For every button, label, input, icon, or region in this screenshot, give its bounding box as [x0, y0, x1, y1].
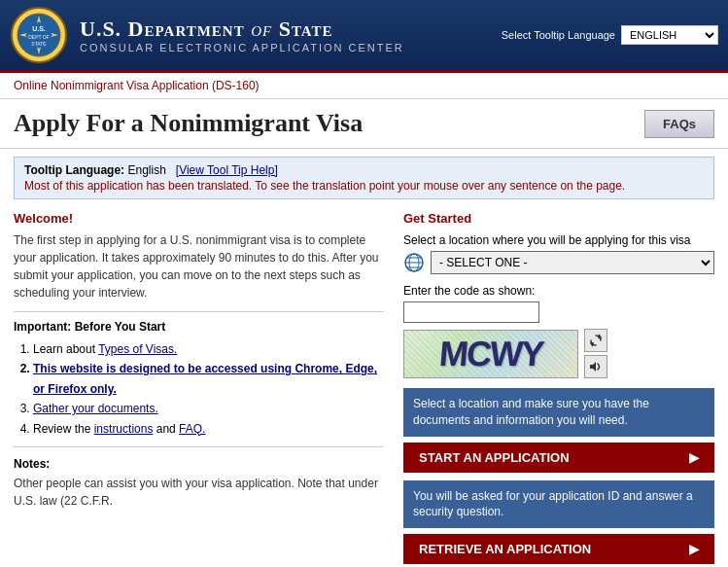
- header-title-block: U.S. Department of State Consular Electr…: [80, 17, 502, 53]
- breadcrumb-link[interactable]: Online Nonimmigrant Visa Application (DS…: [14, 79, 260, 92]
- retrieve-application-button[interactable]: RETRIEVE AN APPLICATION ▶: [403, 534, 714, 564]
- captcha-label: Enter the code as shown:: [403, 284, 714, 298]
- separator-2: [14, 446, 384, 447]
- faq-button[interactable]: FAQs: [644, 110, 714, 138]
- separator-1: [14, 311, 384, 312]
- start-info-box: Select a location and make sure you have…: [403, 388, 714, 437]
- start-label: START AN APPLICATION: [419, 450, 570, 465]
- dept-state-text: State: [279, 17, 333, 41]
- tooltip-lang-line: Tooltip Language: English [View Tool Tip…: [24, 163, 704, 177]
- welcome-title: Welcome!: [14, 211, 384, 226]
- captcha-input[interactable]: [403, 301, 539, 323]
- svg-rect-10: [590, 365, 593, 369]
- before-you-start-list: Learn about Types of Visas. This website…: [14, 339, 384, 439]
- welcome-paragraph: The first step in applying for a U.S. no…: [14, 231, 384, 301]
- gather-documents-link[interactable]: Gather your documents.: [33, 402, 158, 415]
- types-of-visas-link[interactable]: Types of Visas.: [98, 342, 177, 356]
- faq-link[interactable]: FAQ.: [179, 422, 205, 436]
- audio-icon: [589, 360, 603, 373]
- tooltip-bar: Tooltip Language: English [View Tool Tip…: [14, 157, 714, 199]
- start-arrow-icon: ▶: [689, 450, 699, 465]
- location-label: Select a location where you will be appl…: [403, 233, 714, 247]
- main-content: Welcome! The first step in applying for …: [0, 207, 728, 567]
- retrieve-arrow-icon: ▶: [689, 542, 699, 556]
- dept-subtitle: Consular Electronic Application Center: [80, 42, 502, 53]
- list-item-3: Gather your documents.: [33, 399, 384, 418]
- captcha-text: MCWY: [437, 334, 544, 374]
- translation-notice: Most of this application has been transl…: [24, 179, 704, 193]
- location-row: - SELECT ONE -: [403, 251, 714, 274]
- site-header: U.S. DEPT OF STATE U.S. Department of St…: [0, 0, 728, 73]
- dept-name-text: U.S. Department: [80, 17, 245, 41]
- get-started-title: Get Started: [403, 211, 714, 226]
- tooltip-language-row: Select Tooltip Language ENGLISH SPANISH …: [502, 25, 718, 45]
- language-select[interactable]: ENGLISH SPANISH FRENCH CHINESE ARABIC: [621, 25, 718, 45]
- view-tooltip-help-link[interactable]: [View Tool Tip Help]: [176, 163, 278, 177]
- tooltip-lang-prefix: Tooltip Language:: [24, 163, 124, 177]
- captcha-image-row: MCWY: [403, 329, 714, 378]
- notes-text: Other people can assist you with your vi…: [14, 475, 384, 510]
- svg-text:DEPT OF: DEPT OF: [28, 34, 50, 40]
- tooltip-lang-value: English: [127, 163, 165, 177]
- captcha-buttons: [584, 329, 607, 378]
- location-select[interactable]: - SELECT ONE -: [431, 251, 714, 274]
- captcha-refresh-button[interactable]: [584, 329, 607, 352]
- start-application-button[interactable]: START AN APPLICATION ▶: [403, 443, 714, 473]
- refresh-icon: [589, 334, 603, 347]
- breadcrumb: Online Nonimmigrant Visa Application (DS…: [0, 73, 728, 99]
- notes-title: Notes:: [14, 457, 384, 471]
- svg-text:U.S.: U.S.: [32, 25, 46, 32]
- list-item-4: Review the instructions and FAQ.: [33, 419, 384, 439]
- state-dept-seal: U.S. DEPT OF STATE: [10, 6, 68, 64]
- browser-notice-link[interactable]: This website is designed to be accessed …: [33, 362, 377, 395]
- retrieve-label: RETRIEVE AN APPLICATION: [419, 542, 591, 556]
- retrieve-info-box: You will be asked for your application I…: [403, 480, 714, 529]
- department-name: U.S. Department of State: [80, 17, 502, 42]
- tooltip-lang-label: Select Tooltip Language: [502, 29, 615, 41]
- page-title-row: Apply For a Nonimmigrant Visa FAQs: [0, 99, 728, 149]
- header-right-area: Select Tooltip Language ENGLISH SPANISH …: [502, 25, 718, 45]
- captcha-image: MCWY: [403, 330, 578, 378]
- globe-icon: [403, 252, 425, 273]
- list-item-1: Learn about Types of Visas.: [33, 339, 384, 359]
- right-column: Get Started Select a location where you …: [403, 211, 714, 564]
- important-title: Important: Before You Start: [14, 320, 384, 334]
- svg-text:STATE: STATE: [31, 41, 47, 47]
- list-item-2: This website is designed to be accessed …: [33, 359, 384, 399]
- left-column: Welcome! The first step in applying for …: [14, 211, 384, 564]
- instructions-link[interactable]: instructions: [94, 422, 154, 436]
- page-title: Apply For a Nonimmigrant Visa: [14, 109, 363, 138]
- dept-of-text: of: [251, 17, 272, 41]
- captcha-audio-button[interactable]: [584, 355, 607, 378]
